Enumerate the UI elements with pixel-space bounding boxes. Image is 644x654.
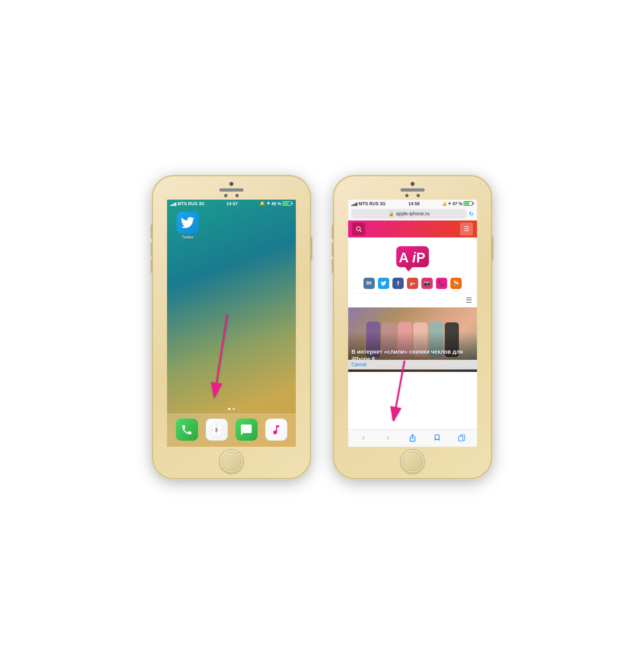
sb-3 [355, 203, 356, 206]
twitter-app-label: Twitter [182, 235, 193, 239]
url-bar[interactable]: 🔒 apple-iphone.ru ↻ [348, 208, 477, 221]
safari-app-icon[interactable]: N S W E [206, 419, 228, 441]
screen-2: MTS RUS 3G 14:58 🔔 ✳ 47 % [348, 200, 477, 447]
social-twitter[interactable] [378, 278, 389, 289]
status-right-1: 🔔 ✳ 48 % [260, 201, 293, 206]
reload-button[interactable]: ↻ [469, 210, 474, 217]
ig-icon: 📷 [424, 280, 430, 286]
messages-app-wrap[interactable] [232, 419, 260, 442]
sensor-dot-4 [417, 194, 420, 197]
alarm-icon-2: 🔔 [442, 202, 447, 206]
battery-1 [283, 201, 293, 206]
battery-pct-1: 48 % [271, 201, 281, 206]
safari-toolbar [348, 429, 477, 447]
status-bar-2: MTS RUS 3G 14:58 🔔 ✳ 47 % [348, 200, 477, 208]
safari-app-wrap[interactable]: N S W E [202, 419, 231, 442]
phone-icon: 📞 [438, 280, 445, 286]
messages-app-icon[interactable] [235, 419, 258, 441]
sb-1 [351, 205, 353, 206]
phone-app-wrap[interactable] [173, 419, 201, 442]
phone-app-icon[interactable] [176, 419, 198, 441]
sensors-1 [224, 194, 239, 197]
cancel-text[interactable]: Cancel [351, 362, 366, 367]
homescreen: MTS RUS 3G 14:57 🔔 ✳ 48 % [167, 200, 296, 447]
battery-tip-1 [292, 202, 293, 204]
battery-body-2 [464, 201, 473, 206]
sensor-dot-2 [235, 194, 239, 197]
social-instagram[interactable]: 📷 [421, 278, 433, 289]
phone-1: MTS RUS 3G 14:57 🔔 ✳ 48 % [153, 176, 310, 478]
rss-icon: 📡 [453, 280, 459, 286]
url-field[interactable]: 🔒 apple-iphone.ru [351, 209, 466, 219]
phone-top-2 [334, 176, 491, 197]
safari-browser: MTS RUS 3G 14:58 🔔 ✳ 47 % [348, 200, 477, 447]
svg-text:P: P [416, 250, 425, 265]
site-search-button[interactable] [352, 223, 365, 235]
signal-bar-3 [173, 203, 175, 206]
gp-icon: g+ [410, 281, 415, 286]
sensor-dot-3 [405, 194, 409, 197]
speaker-1 [219, 188, 244, 192]
home-button-inner-2 [403, 452, 422, 471]
hamburger-icon: ☰ [464, 225, 469, 233]
site-header: ☰ [348, 221, 477, 237]
screen-1: MTS RUS 3G 14:57 🔔 ✳ 48 % [167, 200, 296, 447]
site-menu-button[interactable]: ☰ [460, 223, 473, 235]
site-hamburger-icon[interactable]: ☰ [466, 296, 472, 305]
site-logo-wrap: A i P [348, 237, 477, 275]
signal-bar-1 [170, 205, 171, 206]
phone-top-1 [153, 176, 310, 197]
home-button-2[interactable] [400, 449, 425, 473]
network-2: 3G [380, 201, 386, 206]
status-left-2: MTS RUS 3G [351, 201, 386, 206]
alarm-icon-1: 🔔 [260, 201, 265, 206]
battery-2 [464, 201, 474, 206]
time-1: 14:57 [226, 201, 237, 206]
fb-icon: f [397, 280, 399, 287]
network-1: 3G [199, 201, 205, 206]
social-googleplus[interactable]: g+ [407, 278, 418, 289]
status-right-2: 🔔 ✳ 47 % [442, 201, 474, 206]
phone-2: MTS RUS 3G 14:58 🔔 ✳ 47 % [334, 176, 491, 478]
svg-rect-20 [458, 436, 463, 441]
social-rss[interactable]: 📡 [450, 278, 462, 289]
carrier-1: MTS RUS [178, 201, 198, 206]
tabs-button[interactable] [454, 431, 469, 445]
home-button-1[interactable] [219, 449, 244, 473]
bluetooth-icon-1: ✳ [266, 201, 270, 206]
social-icons-row: ВК f g+ 📷 [348, 275, 477, 293]
music-app-wrap[interactable] [262, 419, 290, 442]
forward-button[interactable] [381, 431, 395, 445]
home-button-inner-1 [222, 452, 241, 471]
status-left-1: MTS RUS 3G [170, 201, 204, 206]
bookmarks-button[interactable] [430, 431, 444, 445]
twitter-app-wrap[interactable]: Twitter [173, 212, 202, 239]
time-2: 14:58 [408, 201, 419, 206]
social-facebook[interactable]: f [392, 278, 404, 289]
page-indicator [228, 408, 235, 410]
front-camera-2 [411, 182, 415, 186]
social-vk[interactable]: ВК [363, 278, 375, 289]
sensor-dot-1 [224, 194, 227, 197]
twitter-app-icon[interactable] [177, 212, 199, 234]
page-dot-1 [228, 408, 231, 410]
signal-bar-4 [175, 202, 176, 206]
music-app-icon[interactable] [265, 419, 287, 441]
dock: N S W E [167, 414, 296, 447]
battery-pct-2: 47 % [452, 201, 462, 206]
share-button[interactable] [405, 431, 420, 445]
battery-body-1 [283, 201, 291, 206]
svg-marker-14 [405, 267, 413, 271]
social-phone[interactable]: 📞 [436, 278, 447, 289]
signal-bars-1 [170, 201, 176, 206]
vk-icon: ВК [366, 281, 372, 285]
svg-line-12 [360, 230, 361, 232]
url-text: apple-iphone.ru [396, 211, 429, 217]
status-bar-1: MTS RUS 3G 14:57 🔔 ✳ 48 % [167, 200, 296, 208]
arrow-1 [199, 310, 235, 400]
sb-2 [353, 204, 354, 206]
page-dot-2 [233, 408, 235, 410]
arrow-2 [384, 357, 417, 423]
back-button[interactable] [356, 431, 371, 445]
speaker-2 [400, 188, 425, 192]
